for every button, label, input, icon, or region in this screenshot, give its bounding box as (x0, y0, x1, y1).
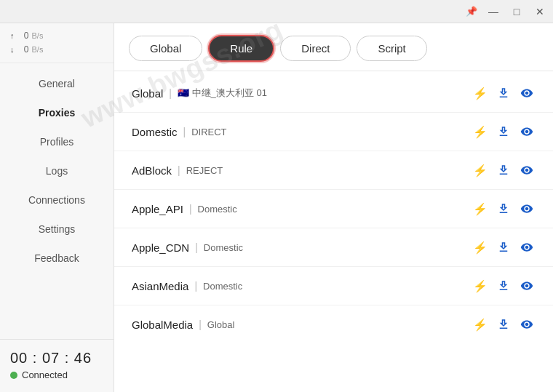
rule-target: Global (207, 319, 235, 330)
main-content: Global Rule Direct Script Global | 🇦🇺 中继… (114, 23, 553, 392)
lightning-icon[interactable]: ⚡ (472, 123, 489, 140)
download-icon[interactable] (495, 239, 512, 256)
tab-global[interactable]: Global (129, 36, 202, 61)
rule-name: AsianMedia (132, 280, 188, 292)
sidebar-item-connections[interactable]: Connections (0, 185, 114, 215)
rule-separator: | (194, 280, 197, 292)
rule-actions: ⚡ (472, 200, 536, 217)
download-icon[interactable] (495, 123, 512, 140)
rule-target: DIRECT (191, 127, 226, 137)
rule-actions: ⚡ (472, 277, 536, 295)
sidebar-item-feedback[interactable]: Feedback (0, 244, 114, 273)
rule-actions: ⚡ (472, 239, 536, 256)
rule-separator: | (169, 87, 172, 99)
rule-separator: | (183, 126, 186, 137)
rule-info: GlobalMedia | Global (132, 319, 234, 331)
rule-target: Domestic (203, 281, 242, 292)
tab-script[interactable]: Script (357, 36, 426, 61)
upload-unit: B/s (32, 30, 44, 43)
rule-separator: | (199, 319, 202, 330)
rule-name: GlobalMedia (132, 319, 193, 331)
status-time: 00 : 07 : 46 (10, 350, 103, 367)
rule-actions: ⚡ (472, 84, 536, 102)
sidebar-item-proxies[interactable]: Proxies (0, 98, 114, 127)
download-icon[interactable] (495, 161, 512, 179)
lightning-icon[interactable]: ⚡ (472, 239, 489, 256)
rule-name: Apple_API (132, 203, 183, 215)
traffic-stats: ↑ 0 B/s ↓ 0 B/s (0, 23, 114, 63)
connected-label: Connected (22, 369, 68, 380)
sidebar-item-general[interactable]: General (0, 69, 114, 98)
table-row: AsianMedia | Domestic ⚡ (114, 267, 553, 305)
sidebar: ↑ 0 B/s ↓ 0 B/s General Proxies Profiles… (0, 23, 114, 392)
eye-icon[interactable] (518, 239, 536, 256)
table-row: Domestic | DIRECT ⚡ (114, 113, 553, 151)
nav-list: General Proxies Profiles Logs Connection… (0, 63, 114, 339)
eye-icon[interactable] (518, 161, 536, 179)
rule-actions: ⚡ (472, 161, 536, 179)
lightning-icon[interactable]: ⚡ (472, 277, 489, 295)
rule-info: AdBlock | REJECT (132, 164, 223, 177)
rule-actions: ⚡ (472, 316, 536, 333)
table-row: Apple_API | Domestic ⚡ (114, 190, 553, 228)
lightning-icon[interactable]: ⚡ (472, 316, 489, 333)
rule-info: Apple_API | Domestic (132, 203, 237, 215)
sidebar-item-profiles[interactable]: Profiles (0, 127, 114, 156)
rule-name: Global (132, 87, 163, 100)
eye-icon[interactable] (518, 316, 536, 333)
eye-icon[interactable] (518, 84, 536, 102)
download-icon[interactable] (495, 277, 512, 295)
pin-icon[interactable]: 📌 (466, 6, 477, 17)
rule-name: Domestic (132, 126, 178, 138)
upload-value: 0 (17, 29, 29, 43)
eye-icon[interactable] (518, 277, 536, 295)
rule-list: Global | 🇦🇺 中继_澳大利亚 01 ⚡ Domes (114, 71, 553, 392)
download-unit: B/s (32, 44, 44, 57)
download-icon[interactable] (495, 84, 512, 102)
table-row: GlobalMedia | Global ⚡ (114, 305, 553, 343)
table-row: Apple_CDN | Domestic ⚡ (114, 228, 553, 267)
lightning-icon[interactable]: ⚡ (472, 84, 489, 102)
app-body: ↑ 0 B/s ↓ 0 B/s General Proxies Profiles… (0, 23, 553, 392)
close-button[interactable]: ✕ (533, 4, 547, 19)
maximize-button[interactable]: □ (509, 4, 524, 19)
rule-separator: | (195, 241, 198, 253)
sidebar-item-settings[interactable]: Settings (0, 215, 114, 244)
download-arrow-icon: ↓ (10, 44, 15, 57)
download-value: 0 (17, 43, 29, 57)
download-icon[interactable] (495, 200, 512, 217)
upload-arrow-icon: ↑ (10, 30, 15, 43)
tab-rule[interactable]: Rule (208, 35, 274, 62)
eye-icon[interactable] (518, 200, 536, 217)
rule-target: REJECT (186, 165, 223, 176)
traffic-up-row: ↑ 0 B/s (10, 29, 103, 43)
rule-target: 🇦🇺 中继_澳大利亚 01 (178, 87, 267, 100)
status-area: 00 : 07 : 46 Connected (0, 339, 114, 392)
rule-separator: | (178, 164, 180, 176)
table-row: Global | 🇦🇺 中继_澳大利亚 01 ⚡ (114, 74, 553, 113)
traffic-down-row: ↓ 0 B/s (10, 43, 103, 57)
rule-info: Domestic | DIRECT (132, 126, 227, 138)
lightning-icon[interactable]: ⚡ (472, 200, 489, 217)
tab-direct[interactable]: Direct (280, 36, 351, 61)
minimize-button[interactable]: — (486, 4, 501, 19)
rule-name: Apple_CDN (132, 241, 189, 254)
rule-info: AsianMedia | Domestic (132, 280, 242, 292)
rule-target: Domestic (204, 242, 243, 253)
download-icon[interactable] (495, 316, 512, 333)
eye-icon[interactable] (518, 123, 536, 140)
table-row: AdBlock | REJECT ⚡ (114, 151, 553, 190)
rule-info: Global | 🇦🇺 中继_澳大利亚 01 (132, 87, 267, 100)
titlebar: 📌 — □ ✕ (0, 0, 553, 23)
rule-info: Apple_CDN | Domestic (132, 241, 243, 254)
lightning-icon[interactable]: ⚡ (472, 161, 489, 179)
rule-separator: | (189, 203, 192, 215)
tab-bar: Global Rule Direct Script (114, 23, 553, 71)
connection-status: Connected (10, 369, 103, 380)
rule-name: AdBlock (132, 164, 172, 177)
sidebar-item-logs[interactable]: Logs (0, 156, 114, 185)
connection-dot-icon (10, 372, 17, 379)
rule-target: Domestic (198, 204, 237, 215)
rule-actions: ⚡ (472, 123, 536, 140)
